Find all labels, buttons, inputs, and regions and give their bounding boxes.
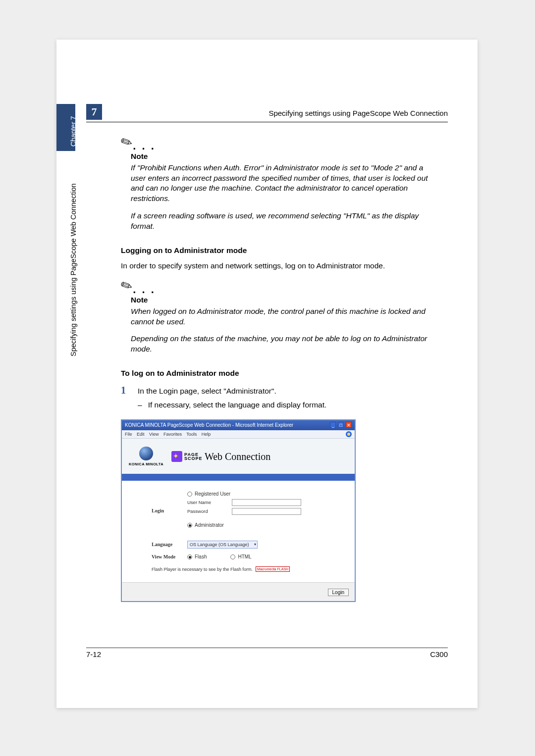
- window-title: KONICA MINOLTA PageScope Web Connection …: [125, 422, 293, 429]
- ie-logo-icon: [346, 431, 352, 437]
- step-number: 1: [121, 384, 138, 397]
- note-body-text: When logged on to Administrator mode, th…: [131, 306, 438, 327]
- menu-help[interactable]: Help: [202, 432, 211, 437]
- page-footer: 7-12 C300: [86, 648, 448, 658]
- note-heading: Note: [131, 295, 438, 305]
- body-text: In order to specify system and network s…: [121, 261, 438, 271]
- close-icon[interactable]: ✕: [346, 422, 352, 428]
- language-select[interactable]: OS Language (OS Language) ▾: [187, 541, 258, 549]
- browser-menubar: File Edit View Favorites Tools Help: [122, 430, 355, 439]
- flash-note-text: Flash Player is necessary to see by the …: [152, 566, 253, 572]
- note-body-text: If a screen reading software is used, we…: [131, 211, 438, 232]
- flash-badge-icon: Macromedia FLASH: [256, 566, 290, 572]
- chevron-down-icon: ▾: [254, 542, 256, 548]
- menu-edit[interactable]: Edit: [137, 432, 145, 437]
- registered-user-label: Registered User: [195, 491, 230, 498]
- html-radio[interactable]: [230, 554, 235, 559]
- konica-minolta-logo: KONICA MINOLTA: [129, 447, 163, 467]
- password-label: Password: [187, 508, 232, 515]
- chapter-tab: Chapter 7: [56, 104, 75, 151]
- minimize-icon[interactable]: _: [330, 422, 336, 428]
- language-label: Language: [152, 541, 187, 548]
- model-number: C300: [430, 650, 448, 658]
- pagescope-logo: PAGESCOPE Web Connection: [171, 450, 270, 463]
- pencil-icon: ✎: [117, 276, 134, 298]
- chapter-number-box: 7: [86, 104, 102, 120]
- window-titlebar: KONICA MINOLTA PageScope Web Connection …: [122, 420, 355, 430]
- form-footer: Login: [122, 582, 355, 601]
- administrator-label: Administrator: [195, 522, 224, 529]
- login-button[interactable]: Login: [328, 589, 349, 596]
- page-label: PAGESCOPE: [184, 453, 203, 460]
- login-label: Login: [152, 507, 187, 514]
- page-number: 7-12: [86, 650, 101, 658]
- viewmode-label: View Mode: [152, 554, 187, 560]
- step-text: In the Login page, select "Administrator…: [138, 386, 276, 397]
- username-label: User Name: [187, 500, 232, 506]
- username-input[interactable]: [232, 499, 301, 506]
- note-block-1: ✎ . . . Note If "Prohibit Functions when…: [121, 134, 438, 232]
- header-title: Specifying settings using PageScope Web …: [268, 109, 448, 117]
- flash-note: Flash Player is necessary to see by the …: [152, 566, 341, 572]
- embedded-screenshot: KONICA MINOLTA PageScope Web Connection …: [121, 419, 356, 602]
- note-heading: Note: [131, 151, 438, 162]
- pagescope-badge-icon: [171, 451, 182, 462]
- banner-area: KONICA MINOLTA PAGESCOPE Web Connection: [122, 439, 355, 474]
- maximize-icon[interactable]: □: [338, 422, 344, 428]
- html-label: HTML: [238, 554, 251, 559]
- document-page: Chapter 7 Specifying settings using Page…: [56, 40, 478, 708]
- globe-icon: [139, 447, 153, 460]
- brand-name: KONICA MINOLTA: [129, 462, 163, 467]
- login-form-area: Login Registered User User Name Password: [122, 481, 355, 582]
- menu-favorites[interactable]: Favorites: [163, 432, 182, 437]
- flash-radio[interactable]: [187, 554, 192, 559]
- flash-label: Flash: [195, 554, 207, 559]
- password-input[interactable]: [232, 508, 301, 515]
- menu-file[interactable]: File: [125, 432, 132, 437]
- content-area: ✎ . . . Note If "Prohibit Functions when…: [121, 134, 438, 602]
- step-1: 1 In the Login page, select "Administrat…: [121, 384, 438, 397]
- blue-divider: [122, 474, 355, 481]
- section-heading: To log on to Administrator mode: [121, 368, 438, 379]
- administrator-radio[interactable]: [187, 523, 192, 528]
- substep-text: If necessary, select the language and di…: [148, 401, 327, 409]
- note-body-text: Depending on the status of the machine, …: [131, 334, 438, 354]
- step-substep: –If necessary, select the language and d…: [138, 400, 438, 410]
- window-controls: _ □ ✕: [329, 422, 352, 429]
- menu-tools[interactable]: Tools: [186, 432, 197, 437]
- section-heading: Logging on to Administrator mode: [121, 246, 438, 256]
- note-block-2: ✎ . . . Note When logged on to Administr…: [121, 277, 438, 354]
- dash-bullet: –: [138, 401, 142, 409]
- page-header: 7 Specifying settings using PageScope We…: [86, 104, 448, 122]
- registered-user-radio[interactable]: [187, 492, 192, 497]
- menu-view[interactable]: View: [149, 432, 159, 437]
- chapter-side-title: Specifying settings using PageScope Web …: [69, 183, 77, 356]
- pencil-icon: ✎: [117, 133, 134, 154]
- chapter-tab-label: Chapter 7: [69, 116, 77, 147]
- web-connection-label: Web Connection: [205, 451, 270, 462]
- note-body-text: If "Prohibit Functions when Auth. Error"…: [131, 163, 438, 204]
